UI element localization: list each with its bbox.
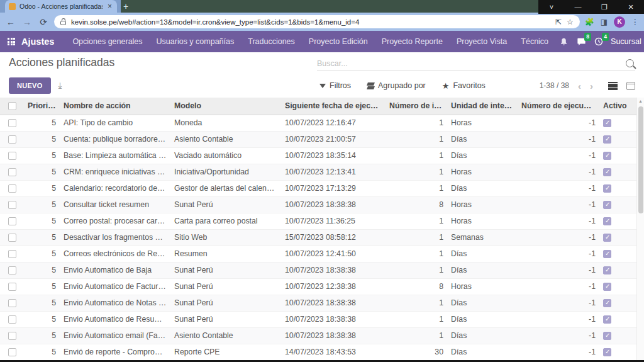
column-header[interactable]: Activo (599, 98, 636, 115)
pager-prev-icon[interactable]: ‹ (578, 81, 581, 91)
filters-button[interactable]: Filtros (319, 81, 351, 90)
row-checkbox[interactable] (8, 315, 16, 324)
active-checkbox[interactable] (603, 299, 611, 307)
row-checkbox[interactable] (8, 283, 16, 291)
row-checkbox[interactable] (8, 234, 16, 242)
column-header[interactable]: Priorid... (24, 98, 60, 115)
active-checkbox[interactable] (603, 217, 611, 225)
active-checkbox[interactable] (603, 201, 611, 209)
url-bar[interactable]: kevin.solse.pe/web#action=13&model=ir.cr… (54, 15, 580, 28)
url-text[interactable]: kevin.solse.pe/web#action=13&model=ir.cr… (71, 18, 550, 26)
bell-icon[interactable] (558, 36, 569, 47)
window-more-icon[interactable]: ˅ (545, 3, 558, 11)
browser-profile-avatar[interactable]: K (614, 16, 625, 28)
row-checkbox[interactable] (8, 201, 16, 209)
navbar-menu-item[interactable]: Traducciones (241, 37, 302, 46)
scrollbar-thumb[interactable] (638, 106, 643, 213)
tab-close-icon[interactable]: × (106, 2, 113, 11)
active-checkbox[interactable] (603, 152, 611, 160)
column-header[interactable]: Nombre de acción (60, 98, 170, 115)
table-row[interactable]: 5Envio Automatico de Notas de CréditoSun… (0, 295, 636, 311)
pager-next-icon[interactable]: › (590, 81, 593, 91)
table-row[interactable]: 5Correo postal: procesar cartas en la c.… (0, 213, 636, 229)
list-view-icon[interactable] (608, 82, 618, 90)
navbar-menu-item[interactable]: Proyecto Edición (302, 37, 375, 46)
new-tab-button[interactable]: + (117, 0, 135, 13)
side-panel-icon[interactable]: ◨ (601, 18, 608, 26)
favorites-button[interactable]: ★ Favoritos (442, 81, 486, 91)
navbar-menu-item[interactable]: Técnico (514, 37, 555, 46)
active-checkbox[interactable] (603, 168, 611, 176)
table-row[interactable]: 5Envio Automatico de BajaSunat Perú10/07… (0, 262, 636, 278)
active-checkbox[interactable] (603, 283, 611, 291)
search-icon[interactable] (626, 59, 634, 67)
table-row[interactable]: 5Envio Automatico de ResumenSunat Perú10… (0, 311, 636, 327)
browser-tab[interactable]: Odoo - Acciones planificadas × (5, 0, 117, 13)
cell-interval-number: 1 (386, 262, 447, 278)
app-name[interactable]: Ajustes (21, 37, 54, 47)
table-row[interactable]: 5Calendario: recordatorio de eventoGesto… (0, 180, 636, 196)
select-all-checkbox[interactable] (8, 102, 16, 110)
scroll-up-icon[interactable]: ▲ (637, 98, 644, 105)
row-checkbox[interactable] (8, 152, 16, 160)
active-checkbox[interactable] (603, 266, 611, 274)
back-icon[interactable]: ← (5, 17, 16, 27)
browser-menu-icon[interactable]: ⋮ (631, 18, 639, 26)
table-row[interactable]: 5Correos electrónicos de ResumenResumen1… (0, 246, 636, 262)
bookmark-star-icon[interactable]: ☆ (567, 18, 574, 26)
extensions-icon[interactable]: 🧩 (585, 18, 594, 26)
column-header[interactable]: Número de intervalos (386, 98, 447, 115)
activities-clock-icon[interactable]: 4 (593, 36, 604, 47)
column-header[interactable]: Siguiente fecha de ejecución (281, 98, 386, 115)
table-row[interactable]: 5API: Tipo de cambioMoneda10/07/2023 12:… (0, 115, 636, 131)
share-icon[interactable]: ⇱ (555, 18, 562, 26)
row-checkbox[interactable] (8, 266, 16, 274)
active-checkbox[interactable] (603, 135, 611, 144)
row-checkbox[interactable] (8, 119, 16, 127)
row-checkbox[interactable] (8, 348, 16, 356)
row-checkbox[interactable] (8, 217, 16, 225)
row-checkbox[interactable] (8, 332, 16, 340)
navbar-menu-item[interactable]: Proyecto Reporte (375, 37, 450, 46)
table-row[interactable]: 5Consultar ticket resumenSunat Perú10/07… (0, 196, 636, 213)
search-input[interactable]: Buscar... (317, 56, 635, 71)
row-checkbox[interactable] (8, 299, 16, 307)
active-checkbox[interactable] (603, 184, 611, 193)
active-checkbox[interactable] (603, 332, 611, 340)
reload-icon[interactable]: ⟳ (38, 17, 49, 27)
window-close-icon[interactable]: ✕ (625, 3, 637, 11)
row-checkbox[interactable] (8, 168, 16, 176)
table-row[interactable]: 5Envió de reporte - Comprobantes ele...R… (0, 344, 636, 360)
table-row[interactable]: 5Envio Automatico email (Facturas/Bol...… (0, 327, 636, 344)
row-checkbox[interactable] (8, 135, 16, 144)
active-checkbox[interactable] (603, 348, 611, 356)
messages-icon[interactable]: 8 (575, 36, 587, 47)
window-minimize-icon[interactable]: — (572, 3, 584, 11)
active-checkbox[interactable] (603, 315, 611, 324)
window-restore-icon[interactable]: ❐ (598, 3, 611, 11)
column-header[interactable]: Unidad de interva... (447, 98, 518, 115)
navbar-menu-item[interactable]: Usuarios y compañías (150, 37, 242, 46)
navbar-menu-item[interactable]: Proyecto Vista (450, 37, 514, 46)
vertical-scrollbar[interactable]: ▲ ▼ (636, 98, 644, 362)
apps-grid-icon[interactable] (8, 38, 15, 45)
active-checkbox[interactable] (603, 250, 611, 258)
active-checkbox[interactable] (603, 119, 611, 127)
table-row[interactable]: 5Desactivar los fragmentos de activos ..… (0, 229, 636, 246)
calendar-view-icon[interactable] (626, 82, 635, 90)
table-row[interactable]: 5Cuenta: publique borradores de entra...… (0, 131, 636, 147)
navbar-menu-item[interactable]: Opciones generales (65, 37, 149, 46)
new-button[interactable]: NUEVO (9, 77, 51, 94)
table-row[interactable]: 5CRM: enriquece iniciativas (IAP)Iniciat… (0, 164, 636, 180)
group-by-button[interactable]: Agrupado por (367, 81, 426, 90)
row-checkbox[interactable] (8, 250, 16, 258)
column-header[interactable]: Número de ejecucion... (518, 98, 599, 115)
row-checkbox[interactable] (8, 184, 16, 193)
active-checkbox[interactable] (603, 234, 611, 242)
forward-icon[interactable]: → (21, 17, 33, 27)
column-header[interactable]: Modelo (170, 98, 281, 115)
company-switcher[interactable]: Sucursal Principal (611, 37, 644, 46)
table-row[interactable]: 5Envio Automatico de Facturas y Notas...… (0, 278, 636, 295)
table-row[interactable]: 5Base: Limpieza automática de datos i...… (0, 147, 636, 164)
export-download-icon[interactable]: ⤓ (58, 81, 62, 91)
